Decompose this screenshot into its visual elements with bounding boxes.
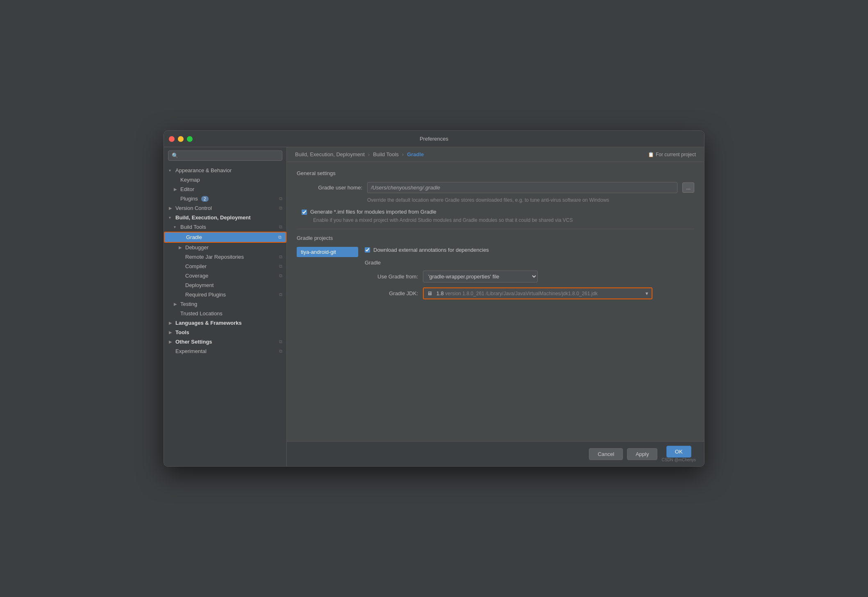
search-input[interactable] <box>181 153 279 159</box>
sidebar-item-label: Appearance & Behavior <box>175 167 232 173</box>
gradle-user-home-label: Gradle user home: <box>297 185 362 191</box>
copy-icon: ⧉ <box>279 292 282 297</box>
sidebar-item-tools[interactable]: ▶ Tools <box>164 328 286 337</box>
sidebar-item-build-execution-deployment[interactable]: ▾ Build, Execution, Deployment <box>164 213 286 222</box>
expand-icon: ▾ <box>174 225 179 229</box>
gradle-projects-title: Gradle projects <box>297 235 694 241</box>
copy-icon: ⧉ <box>279 349 282 354</box>
copy-icon: ⧉ <box>278 235 282 240</box>
maximize-button[interactable] <box>187 136 193 142</box>
sidebar-item-label: Build, Execution, Deployment <box>175 214 250 221</box>
sidebar-item-other-settings[interactable]: ▶ Other Settings ⧉ <box>164 337 286 346</box>
titlebar: Preferences <box>164 131 704 147</box>
search-icon: 🔍 <box>172 153 178 159</box>
sidebar-item-label: Coverage <box>185 273 208 279</box>
generate-iml-checkbox[interactable] <box>302 210 307 215</box>
expand-icon: ▶ <box>169 340 174 344</box>
breadcrumb: Build, Execution, Deployment › Build Too… <box>287 147 704 162</box>
traffic-lights <box>169 136 193 142</box>
sidebar-item-appearance-behavior[interactable]: ▾ Appearance & Behavior <box>164 166 286 175</box>
gradle-user-home-input[interactable] <box>367 182 677 193</box>
use-gradle-from-row: Use Gradle from: 'gradle-wrapper.propert… <box>365 271 694 283</box>
apply-button[interactable]: Apply <box>627 448 658 460</box>
breadcrumb-part-1: Build, Execution, Deployment <box>295 151 365 157</box>
content-body: General settings Gradle user home: ... O… <box>287 162 704 441</box>
sidebar-item-trusted-locations[interactable]: Trusted Locations <box>164 309 286 318</box>
copy-icon: ⧉ <box>279 339 282 344</box>
project-list: tiya-android-git <box>297 247 358 257</box>
sidebar-item-label: Editor <box>180 186 194 192</box>
sidebar-item-label: Compiler <box>185 263 207 269</box>
gradle-user-home-hint: Override the default location where Grad… <box>297 197 694 203</box>
copy-icon: ⧉ <box>279 224 282 230</box>
expand-icon: ▶ <box>169 321 174 325</box>
sidebar-item-plugins[interactable]: Plugins 2 ⧉ <box>164 194 286 203</box>
copy-icon: ⧉ <box>279 254 282 260</box>
expand-icon: ▾ <box>169 215 174 220</box>
dropdown-arrow-icon: ▾ <box>645 290 648 296</box>
sidebar-item-gradle[interactable]: Gradle ⧉ <box>164 232 286 243</box>
minimize-button[interactable] <box>178 136 184 142</box>
sidebar-item-version-control[interactable]: ▶ Version Control ⧉ <box>164 203 286 213</box>
breadcrumb-separator-1: › <box>368 151 370 157</box>
copy-icon: ⧉ <box>279 264 282 269</box>
sidebar-item-label: Languages & Frameworks <box>175 320 242 326</box>
plugins-badge: 2 <box>201 196 209 202</box>
general-settings-title: General settings <box>297 170 694 176</box>
gradle-subsection-title: Gradle <box>365 260 694 266</box>
sidebar-item-editor[interactable]: ▶ Editor <box>164 185 286 194</box>
divider <box>297 229 694 229</box>
breadcrumb-part-2: Build Tools <box>373 151 399 157</box>
sidebar-item-label: Build Tools <box>180 224 206 230</box>
expand-icon: ▶ <box>169 206 174 210</box>
generate-iml-hint: Enable if you have a mixed project with … <box>297 217 694 223</box>
main-content: 🔍 ▾ Appearance & Behavior Keymap ▶ Edito… <box>164 147 704 466</box>
copy-icon: ⧉ <box>279 273 282 278</box>
expand-icon: ▶ <box>179 245 184 250</box>
jdk-version: 1.8 <box>436 290 444 296</box>
sidebar: 🔍 ▾ Appearance & Behavior Keymap ▶ Edito… <box>164 147 287 466</box>
sidebar-item-deployment[interactable]: Deployment <box>164 280 286 290</box>
breadcrumb-part-3: Gradle <box>407 151 424 157</box>
gradle-user-home-row: Gradle user home: ... <box>297 182 694 193</box>
gradle-jdk-dropdown[interactable]: 🖥 1.8 version 1.8.0_261 /Library/Java/Ja… <box>423 287 652 299</box>
sidebar-item-testing[interactable]: ▶ Testing <box>164 299 286 309</box>
jdk-path: version 1.8.0_261 /Library/Java/JavaVirt… <box>445 291 598 296</box>
download-annotations-row: Download external annotations for depend… <box>365 247 694 253</box>
sidebar-item-label: Experimental <box>175 348 207 354</box>
sidebar-item-debugger[interactable]: ▶ Debugger <box>164 243 286 252</box>
preferences-window: Preferences 🔍 ▾ Appearance & Behavior Ke… <box>164 130 704 467</box>
sidebar-item-label: Trusted Locations <box>180 310 223 317</box>
sidebar-item-keymap[interactable]: Keymap <box>164 175 286 185</box>
window-title: Preferences <box>420 136 448 142</box>
bottom-bar: Cancel Apply OK CSDN @mChenys <box>287 441 704 466</box>
generate-iml-row: Generate *.iml files for modules importe… <box>297 209 694 215</box>
search-box[interactable]: 🔍 <box>168 150 282 161</box>
close-button[interactable] <box>169 136 175 142</box>
expand-icon: ▶ <box>169 330 174 335</box>
breadcrumb-separator-2: › <box>402 151 404 157</box>
project-icon: 📋 <box>648 152 654 157</box>
use-gradle-from-label: Use Gradle from: <box>365 273 418 280</box>
sidebar-item-required-plugins[interactable]: Required Plugins ⧉ <box>164 290 286 299</box>
sidebar-item-experimental[interactable]: Experimental ⧉ <box>164 346 286 356</box>
gradle-settings: Download external annotations for depend… <box>365 247 694 304</box>
sidebar-item-build-tools[interactable]: ▾ Build Tools ⧉ <box>164 222 286 232</box>
expand-icon: ▾ <box>169 168 174 173</box>
ok-button[interactable]: OK <box>666 446 691 458</box>
sidebar-item-label: Debugger <box>185 244 209 251</box>
sidebar-item-list: ▾ Appearance & Behavior Keymap ▶ Editor … <box>164 164 286 466</box>
for-current-project-label: For current project <box>656 152 696 157</box>
sidebar-item-label: Version Control <box>175 205 212 211</box>
cancel-button[interactable]: Cancel <box>589 448 623 460</box>
sidebar-item-languages-frameworks[interactable]: ▶ Languages & Frameworks <box>164 318 286 328</box>
download-annotations-checkbox[interactable] <box>365 247 370 253</box>
sidebar-item-coverage[interactable]: Coverage ⧉ <box>164 271 286 280</box>
project-item[interactable]: tiya-android-git <box>297 247 358 257</box>
content-panel: Build, Execution, Deployment › Build Too… <box>287 147 704 466</box>
browse-button[interactable]: ... <box>682 182 694 193</box>
use-gradle-from-select[interactable]: 'gradle-wrapper.properties' file <box>423 271 538 283</box>
sidebar-item-remote-jar-repositories[interactable]: Remote Jar Repositories ⧉ <box>164 252 286 262</box>
sidebar-item-compiler[interactable]: Compiler ⧉ <box>164 262 286 271</box>
sidebar-item-label: Remote Jar Repositories <box>185 254 244 260</box>
